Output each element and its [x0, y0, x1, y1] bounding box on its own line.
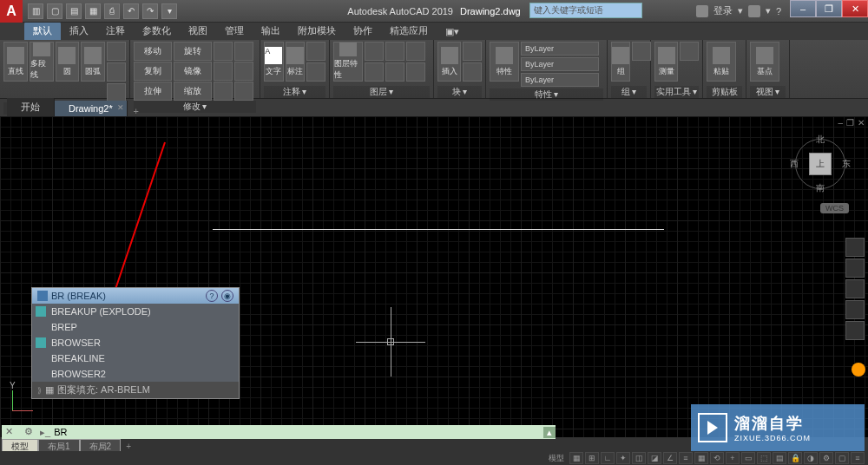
tab-drawing2[interactable]: Drawing2*✕ — [55, 101, 128, 116]
status-snap-icon[interactable]: ⊞ — [585, 452, 599, 464]
tab-collaborate[interactable]: 协作 — [345, 22, 381, 40]
autocomplete-header[interactable]: BR (BREAK) ?◉ — [32, 288, 239, 304]
app-logo[interactable]: A — [0, 0, 23, 23]
drawing-area[interactable]: – ❐ ✕ Y 上 北 南 东 西 WCS BR (BREAK) ?◉ — [0, 116, 868, 437]
group-edit-icon[interactable] — [632, 42, 651, 61]
status-grid-icon[interactable]: ▦ — [569, 452, 583, 464]
status-ortho-icon[interactable]: ∟ — [601, 452, 615, 464]
qat-dropdown-icon[interactable]: ▾ — [161, 3, 177, 19]
tab-output[interactable]: 输出 — [253, 22, 289, 40]
properties-button[interactable]: 特性 — [490, 42, 519, 82]
tab-new-button[interactable]: + — [128, 106, 145, 116]
close-button[interactable]: ✕ — [842, 0, 868, 17]
paste-button[interactable]: 粘贴 — [707, 42, 736, 82]
lineweight-combo[interactable]: ByLayer — [521, 57, 599, 71]
layer-icon-6[interactable] — [406, 62, 425, 82]
tab-annotate[interactable]: 注释 — [97, 22, 134, 40]
qat-plot-icon[interactable]: ⎙ — [104, 3, 120, 19]
command-line[interactable]: ✕ ⚙ ▸_ ▴ — [2, 425, 556, 439]
scale-button[interactable]: 缩放 — [174, 82, 212, 101]
modify-x3-icon[interactable] — [234, 82, 253, 101]
layer-icon-5[interactable] — [385, 62, 404, 82]
group-button[interactable]: 组 — [611, 42, 630, 82]
tab-insert[interactable]: 插入 — [61, 22, 97, 40]
dimension-button[interactable]: 标注 — [286, 42, 306, 82]
move-button[interactable]: 移动 — [134, 42, 172, 61]
panel-utilities-label[interactable]: 实用工具 ▾ — [654, 86, 699, 98]
view-cube[interactable]: 上 北 南 东 西 — [790, 134, 851, 194]
ac-expand-icon[interactable]: ⟫ — [37, 386, 42, 395]
block-edit-icon[interactable] — [463, 62, 482, 82]
compass-w[interactable]: 西 — [790, 158, 799, 170]
status-annomonitor-icon[interactable]: + — [726, 452, 740, 464]
help-dropdown-icon[interactable]: ▾ — [766, 5, 771, 16]
ac-item-brep[interactable]: BREP — [32, 319, 239, 335]
layer-icon-3[interactable] — [406, 42, 425, 61]
line-button[interactable]: 直线 — [3, 42, 28, 82]
tab-view[interactable]: 视图 — [180, 22, 216, 40]
insert-block-button[interactable]: 插入 — [437, 42, 461, 82]
ac-help-icon[interactable]: ? — [206, 290, 218, 302]
util-icon[interactable] — [680, 42, 699, 61]
compass-s[interactable]: 南 — [816, 182, 825, 194]
tab-manage[interactable]: 管理 — [216, 22, 253, 40]
nav-showmotion-icon[interactable] — [845, 321, 865, 340]
tab-parametric[interactable]: 参数化 — [134, 22, 180, 40]
panel-layers-label[interactable]: 图层 ▾ — [333, 86, 430, 98]
layer-icon-1[interactable] — [365, 42, 384, 61]
notification-bubble-icon[interactable] — [852, 363, 865, 377]
ac-item-breakline[interactable]: BREAKLINE — [32, 350, 239, 366]
mirror-button[interactable]: 镜像 — [174, 62, 212, 81]
leader-icon[interactable] — [306, 42, 326, 61]
circle-button[interactable]: 圆 — [56, 42, 80, 82]
panel-modify-label[interactable]: 修改 ▾ — [134, 101, 256, 113]
tab-default[interactable]: 默认 — [24, 22, 61, 40]
panel-properties-label[interactable]: 特性 ▾ — [490, 88, 603, 101]
tab-start[interactable]: 开始 — [7, 98, 55, 116]
cmd-history-icon[interactable]: ▴ — [543, 427, 556, 438]
status-lock-icon[interactable]: 🔒 — [788, 452, 802, 464]
tab-featured[interactable]: 精选应用 — [381, 22, 437, 40]
help-search-input[interactable]: 键入关键字或短语 — [529, 3, 642, 18]
status-qp-icon[interactable]: ▭ — [741, 452, 755, 464]
minimize-button[interactable]: – — [790, 0, 816, 17]
layout-add-button[interactable]: + — [121, 441, 136, 452]
status-polar-icon[interactable]: ✦ — [616, 452, 630, 464]
array-button[interactable] — [214, 82, 233, 101]
maximize-button[interactable]: ❐ — [816, 0, 842, 17]
table-icon[interactable] — [306, 62, 326, 82]
qat-undo-icon[interactable]: ↶ — [123, 3, 139, 19]
status-isolate-icon[interactable]: ◑ — [804, 452, 818, 464]
status-custom-icon[interactable]: ≡ — [851, 452, 865, 464]
draw-small-3-icon[interactable] — [107, 83, 126, 102]
status-transparency-icon[interactable]: ▦ — [694, 452, 708, 464]
nav-zoom-icon[interactable] — [845, 279, 865, 298]
nav-pan-icon[interactable] — [845, 259, 865, 278]
panel-groups-label[interactable]: 组 ▾ — [611, 86, 647, 98]
help-icon[interactable]: ? — [776, 6, 781, 16]
status-osnap-icon[interactable]: ◫ — [632, 452, 646, 464]
panel-block-label[interactable]: 块 ▾ — [437, 86, 482, 98]
qat-open-icon[interactable]: ▢ — [47, 3, 62, 19]
command-input[interactable] — [54, 427, 543, 437]
compass-e[interactable]: 东 — [842, 158, 851, 170]
text-button[interactable]: A文字 — [264, 42, 284, 82]
panel-annotate-label[interactable]: 注释 ▾ — [264, 86, 326, 98]
layer-icon-4[interactable] — [365, 62, 384, 82]
status-lwt-icon[interactable]: ≡ — [679, 452, 693, 464]
autocomplete-footer[interactable]: ⟫ ▦ 图案填充: AR-BRELM — [32, 382, 239, 398]
color-combo[interactable]: ByLayer — [521, 42, 599, 56]
status-units-icon[interactable]: ⬚ — [757, 452, 771, 464]
polyline-button[interactable]: 多段线 — [30, 42, 54, 82]
qat-redo-icon[interactable]: ↷ — [142, 3, 158, 19]
nav-orbit-icon[interactable] — [845, 300, 865, 319]
status-hwa-icon[interactable]: ⚙ — [819, 452, 833, 464]
login-area[interactable]: 登录 ▾ ▾ ? — [696, 4, 781, 17]
tab-close-icon[interactable]: ✕ — [117, 103, 124, 112]
compass-n[interactable]: 北 — [816, 134, 825, 146]
qat-saveas-icon[interactable]: ▦ — [85, 3, 101, 19]
modify-x1-icon[interactable] — [234, 42, 253, 61]
rotate-button[interactable]: 旋转 — [174, 42, 212, 61]
linetype-combo[interactable]: ByLayer — [521, 73, 599, 87]
draw-small-1-icon[interactable] — [107, 42, 126, 61]
